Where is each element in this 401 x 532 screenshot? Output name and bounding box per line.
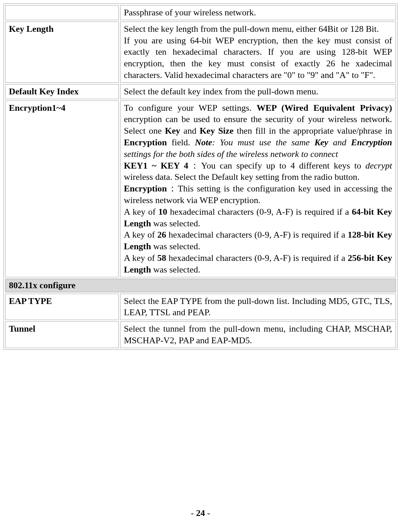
table-row: EAP TYPE Select the EAP TYPE from the pu… <box>5 294 396 320</box>
text: To configure your WEP settings. <box>124 103 257 113</box>
text-bold: 10 <box>158 207 167 217</box>
text-italic: : You must use the same <box>212 137 314 147</box>
text: hexadecimal characters (0-9, A-F) is req… <box>166 230 348 240</box>
text-bold: WEP (Wired Equivalent Privacy) <box>257 103 392 113</box>
desc-encryption: To configure your WEP settings. WEP (Wir… <box>120 101 396 277</box>
page-number-suffix: - <box>205 508 210 518</box>
text: A key of <box>124 230 157 240</box>
desc-keylength: Select the key length from the pull-down… <box>120 22 396 83</box>
text-bold: Key Size <box>199 126 233 136</box>
page-number: - 24 - <box>0 508 401 518</box>
label-eaptype: EAP TYPE <box>5 294 119 320</box>
text-italic: settings for the both sides of the wirel… <box>124 149 338 159</box>
desc-defaultkey: Select the default key index from the pu… <box>120 84 396 99</box>
text-bold-italic: Note <box>195 137 212 147</box>
text: wireless data. Select the Default key se… <box>124 172 360 182</box>
text: then fill in the appropriate value/phras… <box>233 126 392 136</box>
text: and <box>180 126 200 136</box>
table-row: 802.11x configure <box>5 279 396 292</box>
text: A key of <box>124 207 158 217</box>
text: ：You can specify up to 4 different keys … <box>188 161 365 171</box>
table-row: Passphrase of your wireless network. <box>5 5 396 20</box>
label-defaultkey: Default Key Index <box>5 84 119 99</box>
text: field. <box>167 137 195 147</box>
label-passphrase <box>5 5 119 20</box>
text-bold-italic: Encryption <box>351 137 392 147</box>
text-italic: and <box>328 137 351 147</box>
desc-tunnel: Select the tunnel from the pull-down men… <box>120 321 396 348</box>
table-row: Encryption1~4 To configure your WEP sett… <box>5 101 396 277</box>
desc-eaptype: Select the EAP TYPE from the pull-down l… <box>120 294 396 320</box>
text: A key of <box>124 253 157 263</box>
text-bold-italic: Key <box>314 137 328 147</box>
desc-passphrase: Passphrase of your wireless network. <box>120 5 396 20</box>
label-keylength: Key Length <box>5 22 119 83</box>
text: was selected. <box>151 241 200 251</box>
page-number-prefix: - <box>191 508 196 518</box>
section-header: 802.11x configure <box>5 279 396 292</box>
text: was selected. <box>151 218 200 228</box>
table-row: Tunnel Select the tunnel from the pull-d… <box>5 321 396 348</box>
label-tunnel: Tunnel <box>5 321 119 348</box>
table-row: Default Key Index Select the default key… <box>5 84 396 99</box>
text-bold: KEY1 ~ KEY 4 <box>124 161 188 171</box>
text-bold: 26 <box>157 230 166 240</box>
text-bold: Key <box>165 126 180 136</box>
text-italic: decrypt <box>365 161 392 171</box>
text-bold: 58 <box>157 253 166 263</box>
table-row: Key Length Select the key length from th… <box>5 22 396 83</box>
text-bold: Encryption <box>124 137 167 147</box>
text: hexadecimal characters (0-9, A-F) is req… <box>167 207 352 217</box>
config-table: Passphrase of your wireless network. Key… <box>3 3 398 350</box>
text: was selected. <box>151 265 200 275</box>
text: hexadecimal characters (0-9, A-F) is req… <box>166 253 348 263</box>
text-bold: Encryption <box>124 184 167 194</box>
page-number-value: 24 <box>196 508 205 518</box>
label-encryption: Encryption1~4 <box>5 101 119 277</box>
